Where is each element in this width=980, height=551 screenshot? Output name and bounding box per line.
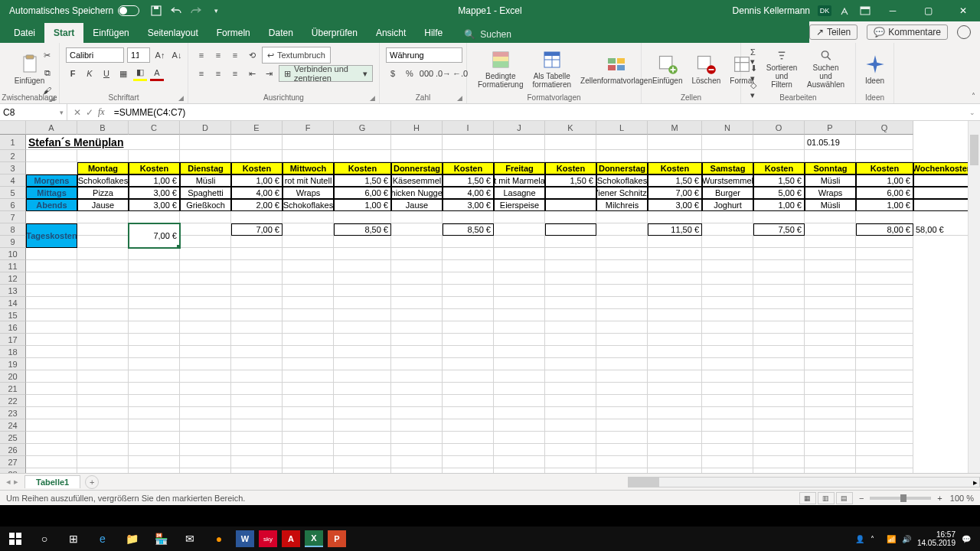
cell[interactable] [231,432,283,444]
feedback-icon[interactable] [957,25,971,39]
dialog-launcher-icon[interactable]: ◢ [178,94,186,102]
cell[interactable] [334,456,391,468]
cell[interactable] [545,444,596,456]
cancel-formula-icon[interactable]: ✕ [74,107,81,118]
cell[interactable] [180,150,231,162]
column-header[interactable]: N [702,121,753,135]
name-box[interactable]: C8▾ [0,104,67,120]
cell[interactable] [702,248,753,260]
cell[interactable]: 3,00 € [129,187,180,199]
cell[interactable] [702,297,753,309]
qat-dropdown-icon[interactable]: ▾ [210,5,222,17]
word-icon[interactable]: W [236,530,254,547]
cell[interactable] [283,419,334,432]
cell[interactable] [805,260,856,272]
sheet-nav-next-icon[interactable]: ▸ [14,477,18,487]
cell[interactable] [26,162,77,174]
cell[interactable] [231,309,283,321]
row-header[interactable]: 9 [0,236,26,248]
cell[interactable] [494,211,545,223]
cell[interactable] [231,346,283,358]
cell[interactable] [77,223,129,236]
cell[interactable] [596,444,648,456]
cell[interactable] [283,150,334,162]
cell[interactable] [856,248,913,260]
cell[interactable] [805,419,856,432]
row-header[interactable]: 16 [0,321,26,334]
row-header[interactable]: 23 [0,407,26,419]
cell[interactable] [283,407,334,419]
cell[interactable] [596,321,648,334]
cell[interactable] [805,468,856,473]
cell[interactable] [77,285,129,297]
cell[interactable]: 1,00 € [753,199,805,211]
cell[interactable] [391,346,443,358]
cell[interactable] [334,260,391,272]
cell[interactable] [648,456,702,468]
format-as-table-button[interactable]: Als Tabelle formatieren [528,46,576,92]
increase-font-icon[interactable]: A↑ [153,47,167,63]
cell[interactable] [545,309,596,321]
cell[interactable]: 1,50 € [334,174,391,187]
cell[interactable] [129,383,180,395]
cell[interactable]: Donnerstag [391,162,443,174]
cell[interactable] [856,309,913,321]
cell[interactable] [753,211,805,223]
cell[interactable] [596,211,648,223]
cell[interactable]: Abends [26,199,77,211]
cell[interactable] [596,432,648,444]
cell[interactable] [180,260,231,272]
cell[interactable] [283,370,334,383]
cell[interactable] [913,174,971,187]
cell[interactable] [494,248,545,260]
conditional-formatting-button[interactable]: Bedingte Formatierung [473,46,528,92]
cell[interactable] [596,223,648,236]
cell[interactable] [913,187,971,199]
cell[interactable]: Grießkoch [180,199,231,211]
percent-icon[interactable]: % [403,66,416,81]
row-header[interactable]: 25 [0,432,26,444]
cell[interactable] [648,150,702,162]
cell[interactable] [494,468,545,473]
cell[interactable] [494,407,545,419]
cell[interactable]: 7,00 € [231,223,283,236]
cell[interactable]: 58,00 € [913,223,971,236]
cell[interactable] [129,321,180,334]
cell[interactable] [391,272,443,285]
dialog-launcher-icon[interactable]: ◢ [370,94,377,102]
cell[interactable] [913,199,971,211]
cell[interactable] [545,285,596,297]
cell[interactable]: 8,00 € [856,223,913,236]
cell[interactable] [26,297,77,309]
cell[interactable] [231,321,283,334]
column-header[interactable]: O [753,121,805,135]
cell[interactable] [391,297,443,309]
cell[interactable] [334,297,391,309]
cell[interactable] [129,395,180,407]
cell[interactable]: Dienstag [180,162,231,174]
cell[interactable] [334,468,391,473]
cell[interactable] [77,297,129,309]
cell[interactable]: 1,50 € [648,174,702,187]
cell[interactable]: Müsli [805,174,856,187]
cell[interactable]: Lasagne [494,187,545,199]
cell[interactable] [129,309,180,321]
cell[interactable]: Schokoflakes [283,199,334,211]
cell[interactable] [26,456,77,468]
align-bottom-icon[interactable]: ≡ [228,47,242,63]
cell[interactable] [596,334,648,346]
cell[interactable]: 3,00 € [443,199,494,211]
column-header[interactable]: J [494,121,545,135]
cell[interactable] [805,444,856,456]
column-header[interactable]: F [283,121,334,135]
cell[interactable] [77,150,129,162]
cell[interactable] [283,285,334,297]
row-header[interactable]: 26 [0,444,26,456]
cell[interactable]: Schokoflakes [596,174,648,187]
page-layout-view-icon[interactable]: ▥ [818,492,835,504]
cell[interactable] [231,248,283,260]
row-header[interactable]: 20 [0,370,26,383]
cell[interactable] [231,135,283,150]
cell[interactable] [283,432,334,444]
indent-decrease-icon[interactable]: ⇤ [245,66,259,81]
